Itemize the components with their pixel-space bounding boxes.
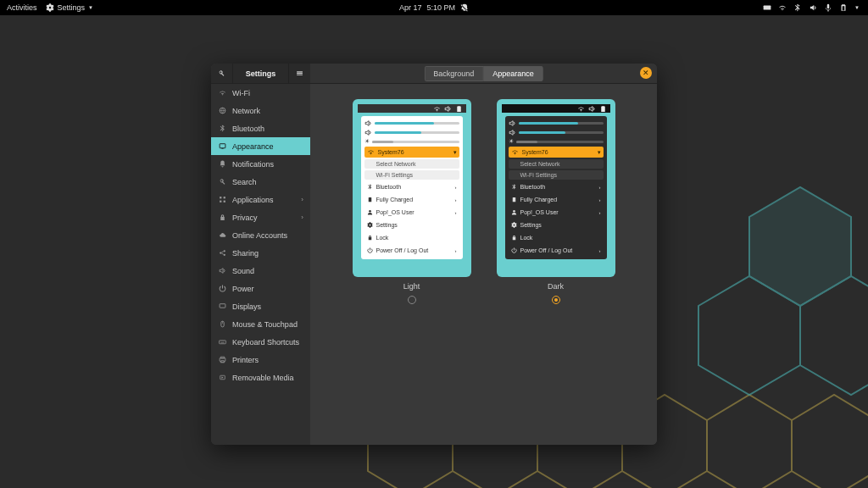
tab-appearance[interactable]: Appearance <box>483 66 543 81</box>
svg-rect-20 <box>220 304 225 308</box>
sound-icon <box>218 266 227 275</box>
appearance-icon <box>218 141 227 151</box>
network-icon <box>218 106 227 115</box>
theme-option-dark[interactable]: ☀ System76▾ Select Network Wi-Fi Setting… <box>497 99 615 304</box>
preview-network-selected: System76▾ <box>364 147 459 158</box>
svg-point-18 <box>224 250 225 252</box>
theme-radio-light[interactable] <box>408 296 416 304</box>
bluetooth-icon <box>218 124 227 133</box>
search-icon <box>218 177 227 186</box>
svg-rect-23 <box>220 341 226 344</box>
sidebar-item-printers[interactable]: Printers <box>211 351 310 369</box>
bluetooth-status-icon[interactable] <box>793 3 802 12</box>
cloud-icon <box>218 230 227 240</box>
sidebar-item-label: Sound <box>232 267 254 275</box>
dnd-icon <box>460 3 469 12</box>
window-close-button[interactable]: ✕ <box>640 67 652 79</box>
topbar-date[interactable]: Apr 17 <box>399 3 422 12</box>
settings-window: Settings Wi-FiNetworkBluetoothAppearance… <box>211 64 657 445</box>
wifi-icon <box>577 105 585 113</box>
svg-rect-11 <box>220 144 225 148</box>
preview-battery: Fully Charged› <box>509 194 604 205</box>
tab-background[interactable]: Background <box>424 66 483 81</box>
sidebar-item-label: Keyboard Shortcuts <box>232 338 299 347</box>
settings-main: Background Appearance ✕ ☀ System76▾ Sele… <box>310 64 657 445</box>
sidebar-item-label: Applications <box>232 196 274 204</box>
sidebar-item-bluetooth[interactable]: Bluetooth <box>211 119 310 137</box>
sidebar-search-button[interactable] <box>211 64 233 84</box>
sidebar-item-label: Power <box>232 285 254 293</box>
keyboard-icon <box>218 337 227 347</box>
power-icon <box>218 284 227 293</box>
sidebar-item-label: Displays <box>232 302 261 311</box>
sidebar-item-notifications[interactable]: Notifications <box>211 155 310 173</box>
bell-icon <box>218 159 227 169</box>
sidebar-item-displays[interactable]: Displays <box>211 297 310 315</box>
svg-point-19 <box>224 254 225 256</box>
lock-icon <box>218 213 227 222</box>
sidebar-item-power[interactable]: Power <box>211 280 310 297</box>
sidebar-item-label: Appearance <box>232 142 274 151</box>
hamburger-icon <box>296 69 303 77</box>
preview-bluetooth: Bluetooth› <box>364 181 459 192</box>
sidebar-item-label: Bluetooth <box>232 125 264 133</box>
theme-preview-dark: ☀ System76▾ Select Network Wi-Fi Setting… <box>497 99 615 277</box>
keyboard-layout-icon[interactable] <box>763 3 771 12</box>
sound-icon <box>444 105 452 113</box>
sidebar-item-label: Mouse & Touchpad <box>232 320 298 329</box>
preview-user: Pop!_OS User› <box>509 207 604 218</box>
preview-bluetooth: Bluetooth› <box>509 181 604 192</box>
volume-status-icon[interactable] <box>809 3 817 12</box>
svg-rect-15 <box>220 201 221 202</box>
svg-marker-6 <box>749 187 851 306</box>
dropdown-caret-icon: ▼ <box>88 5 93 10</box>
sidebar-item-keyboard[interactable]: Keyboard Shortcuts <box>211 333 310 351</box>
sidebar-menu-button[interactable] <box>288 64 310 84</box>
preview-network-selected: System76▾ <box>509 147 604 158</box>
theme-radio-dark[interactable] <box>552 296 560 304</box>
battery-icon <box>599 105 607 113</box>
svg-rect-9 <box>764 6 771 10</box>
sidebar-item-label: Network <box>232 107 260 115</box>
sidebar-item-wifi[interactable]: Wi-Fi <box>211 84 310 102</box>
sidebar-item-label: Notifications <box>232 160 274 169</box>
sidebar-item-appearance[interactable]: Appearance <box>211 137 310 155</box>
theme-label: Light <box>403 282 420 291</box>
chevron-right-icon: › <box>301 214 303 221</box>
sidebar-item-label: Privacy <box>232 214 258 222</box>
gear-icon <box>46 3 54 12</box>
sidebar-item-label: Search <box>232 178 257 186</box>
sidebar-item-search[interactable]: Search <box>211 173 310 191</box>
theme-option-light[interactable]: ☀ System76▾ Select Network Wi-Fi Setting… <box>353 99 471 304</box>
battery-icon <box>455 105 463 113</box>
close-icon: ✕ <box>643 69 649 77</box>
topbar-time[interactable]: 5:10 PM <box>427 3 456 12</box>
sidebar-item-applications[interactable]: Applications› <box>211 191 310 208</box>
svg-rect-12 <box>221 148 223 149</box>
svg-point-26 <box>513 210 515 213</box>
sidebar-item-removable[interactable]: Removable Media <box>211 369 310 386</box>
sidebar-header: Settings <box>211 64 310 84</box>
chevron-right-icon: › <box>301 196 303 203</box>
activities-button[interactable]: Activities <box>7 3 37 12</box>
system-menu-caret-icon[interactable]: ▼ <box>854 5 860 10</box>
header-tabs: Background Appearance <box>424 66 543 81</box>
sidebar-item-online-accounts[interactable]: Online Accounts <box>211 226 310 244</box>
sidebar-item-label: Online Accounts <box>232 231 287 240</box>
sidebar-item-privacy[interactable]: Privacy› <box>211 208 310 226</box>
battery-status-icon[interactable] <box>839 3 848 12</box>
sidebar-item-label: Removable Media <box>232 374 294 382</box>
mic-status-icon[interactable] <box>824 3 832 12</box>
apps-icon <box>218 195 227 204</box>
sidebar-item-sound[interactable]: Sound <box>211 262 310 280</box>
sidebar-item-label: Wi-Fi <box>232 89 250 97</box>
sidebar-item-network[interactable]: Network <box>211 102 310 119</box>
wifi-status-icon[interactable] <box>778 3 787 12</box>
preview-lock: Lock <box>509 232 604 243</box>
preview-user: Pop!_OS User› <box>364 207 459 218</box>
preview-select-network: Select Network <box>509 159 604 169</box>
app-menu[interactable]: Settings ▼ <box>46 3 93 12</box>
sidebar-item-mouse-touchpad[interactable]: Mouse & Touchpad <box>211 315 310 333</box>
preview-settings: Settings <box>364 219 459 230</box>
sidebar-item-sharing[interactable]: Sharing <box>211 244 310 262</box>
